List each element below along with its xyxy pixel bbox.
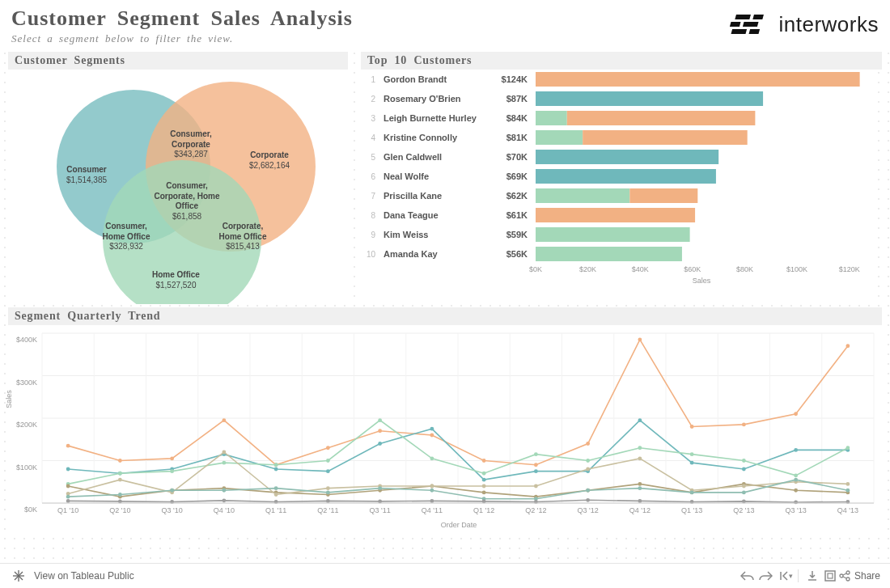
- customer-value: $59K: [490, 230, 528, 239]
- svg-point-126: [326, 490, 330, 494]
- svg-point-163: [840, 574, 843, 577]
- trend-title: Segment Quarterly Trend: [8, 307, 882, 325]
- svg-rect-16: [536, 208, 695, 222]
- svg-point-118: [742, 484, 746, 489]
- svg-point-78: [326, 459, 330, 463]
- svg-point-140: [222, 498, 226, 502]
- bar[interactable]: [528, 72, 875, 87]
- bar[interactable]: [528, 150, 875, 164]
- svg-rect-7: [536, 91, 763, 106]
- svg-point-65: [482, 478, 486, 482]
- bar[interactable]: [528, 247, 875, 261]
- bar[interactable]: [528, 188, 875, 203]
- svg-point-148: [638, 499, 642, 503]
- top10-row[interactable]: 4Kristine Connolly$81K: [361, 128, 875, 147]
- bar[interactable]: [528, 208, 875, 222]
- segments-title: Customer Segments: [8, 52, 348, 70]
- svg-point-88: [846, 446, 850, 450]
- svg-rect-6: [536, 72, 860, 87]
- fullscreen-icon[interactable]: [821, 567, 839, 585]
- customer-name: Rosemary O'Brien: [375, 94, 490, 104]
- svg-point-75: [170, 469, 174, 473]
- top10-row[interactable]: 2Rosemary O'Brien$87K: [361, 89, 875, 108]
- top10-row[interactable]: 3Leigh Burnette Hurley$84K: [361, 108, 875, 128]
- brand-wordmark: interworks: [779, 12, 879, 37]
- top10-row[interactable]: 6Neal Wolfe$69K: [361, 167, 875, 186]
- bar[interactable]: [528, 130, 875, 145]
- svg-point-123: [170, 489, 174, 493]
- top10-row[interactable]: 10Amanda Kay$56K: [361, 244, 875, 264]
- bar[interactable]: [528, 91, 875, 106]
- svg-line-166: [843, 577, 846, 578]
- svg-rect-18: [536, 247, 682, 261]
- customer-name: Glen Caldwell: [375, 152, 490, 162]
- rank: 8: [361, 211, 375, 220]
- svg-rect-160: [825, 571, 835, 581]
- top10-row[interactable]: 9Kim Weiss$59K: [361, 225, 875, 244]
- header-titles: Customer Segment Sales Analysis Select a…: [11, 6, 353, 45]
- interworks-mark-icon: [727, 11, 773, 37]
- svg-point-128: [430, 489, 434, 493]
- undo-icon[interactable]: [739, 567, 756, 585]
- svg-point-51: [586, 442, 590, 446]
- svg-rect-0: [735, 15, 751, 19]
- download-icon[interactable]: [803, 567, 821, 585]
- svg-point-106: [118, 478, 122, 482]
- svg-point-134: [742, 490, 746, 494]
- top10-row[interactable]: 5Glen Caldwell$70K: [361, 147, 875, 167]
- share-icon: [839, 570, 850, 582]
- row-top: Customer Segments Consumer$1,514,385 Cor…: [0, 47, 890, 304]
- svg-point-42: [118, 459, 122, 463]
- customer-name: Neal Wolfe: [375, 171, 490, 181]
- redo-icon[interactable]: [756, 567, 774, 585]
- svg-point-49: [482, 459, 486, 463]
- svg-point-136: [846, 489, 850, 493]
- svg-point-131: [586, 489, 590, 493]
- svg-point-47: [378, 429, 382, 433]
- svg-point-115: [586, 467, 590, 472]
- venn-chart[interactable]: Consumer$1,514,385 Corporate$2,682,164 H…: [8, 70, 348, 304]
- svg-point-43: [170, 456, 174, 460]
- svg-point-61: [274, 467, 278, 472]
- bar[interactable]: [528, 111, 875, 125]
- top10-row[interactable]: 8Dana Teague$61K: [361, 205, 875, 225]
- top10-row[interactable]: 1Gordon Brandt$124K: [361, 70, 875, 89]
- svg-point-83: [586, 459, 590, 463]
- svg-point-125: [274, 486, 278, 490]
- bar[interactable]: [528, 227, 875, 242]
- svg-point-41: [66, 444, 70, 448]
- customer-name: Gordon Brandt: [375, 74, 490, 84]
- svg-point-133: [690, 490, 694, 494]
- svg-rect-11: [583, 130, 748, 145]
- share-button[interactable]: Share: [839, 570, 880, 582]
- svg-point-100: [638, 482, 642, 486]
- svg-point-164: [846, 577, 850, 581]
- top10-row[interactable]: 7Priscilla Kane$62K: [361, 186, 875, 205]
- svg-point-53: [690, 425, 694, 429]
- svg-point-113: [482, 484, 486, 489]
- tableau-logo-icon[interactable]: [10, 567, 28, 585]
- top10-chart[interactable]: 1Gordon Brandt$124K2Rosemary O'Brien$87K…: [361, 70, 875, 304]
- dashboard: Customer Segment Sales Analysis Select a…: [0, 0, 890, 564]
- trend-chart[interactable]: Sales $0K$100K$200K$300K$400K Order Date…: [8, 325, 882, 535]
- svg-point-85: [690, 452, 694, 456]
- customer-name: Dana Teague: [375, 210, 490, 220]
- svg-rect-4: [731, 29, 747, 34]
- customer-name: Kim Weiss: [375, 230, 490, 239]
- rank: 10: [361, 250, 375, 259]
- svg-rect-15: [629, 188, 697, 203]
- bar[interactable]: [528, 169, 875, 184]
- svg-point-66: [534, 469, 538, 473]
- svg-point-84: [638, 446, 642, 450]
- svg-point-81: [482, 472, 486, 476]
- svg-point-103: [794, 489, 798, 493]
- top10-x-axis: Sales $0K$20K$40K$60K$80K$100K$120K: [528, 264, 875, 288]
- svg-point-69: [690, 461, 694, 465]
- rank: 2: [361, 95, 375, 104]
- view-on-tableau-link[interactable]: View on Tableau Public: [34, 570, 134, 582]
- revert-chevron-icon[interactable]: ▾: [789, 572, 793, 580]
- svg-point-110: [326, 486, 330, 490]
- customer-value: $70K: [490, 152, 528, 162]
- svg-point-108: [222, 451, 226, 455]
- svg-point-77: [274, 463, 278, 467]
